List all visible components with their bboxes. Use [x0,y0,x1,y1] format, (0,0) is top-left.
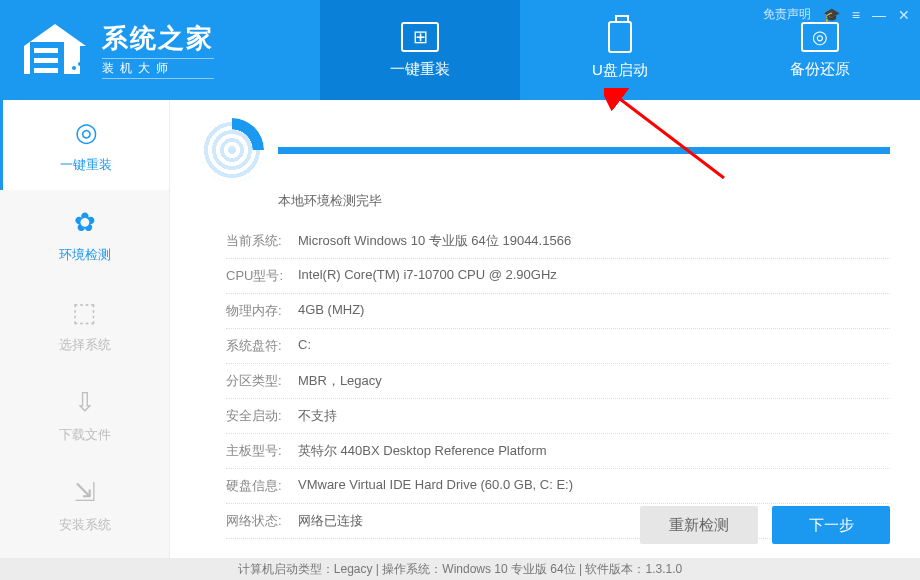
row-current-os: 当前系统:Microsoft Windows 10 专业版 64位 19044.… [226,224,890,259]
sidebar-item-label: 下载文件 [59,426,111,444]
svg-rect-3 [34,68,58,73]
app-title: 系统之家 [102,21,214,56]
tab-reinstall-label: 一键重装 [390,60,450,79]
svg-point-4 [72,66,76,70]
sidebar-item-label: 一键重装 [60,156,112,174]
progress-bar [278,147,890,154]
row-disk: 硬盘信息:VMware Virtual IDE Hard Drive (60.0… [226,469,890,504]
sidebar-item-label: 安装系统 [59,516,111,534]
next-button[interactable]: 下一步 [772,506,890,544]
download-icon: ⇩ [74,387,96,418]
sidebar: ◎ 一键重装 ✿ 环境检测 ⬚ 选择系统 ⇩ 下载文件 ⇲ 安装系统 [0,100,170,558]
main-panel: 本地环境检测完毕 当前系统:Microsoft Windows 10 专业版 6… [170,100,920,558]
sidebar-item-download[interactable]: ⇩ 下载文件 [0,370,169,460]
svg-point-5 [78,62,82,66]
sidebar-item-selectsys[interactable]: ⬚ 选择系统 [0,280,169,370]
svg-rect-2 [34,58,58,63]
sidebar-item-label: 环境检测 [59,246,111,264]
tab-usbboot-label: U盘启动 [592,61,648,80]
row-parttype: 分区类型:MBR，Legacy [226,364,890,399]
box-arrow-icon: ⇲ [74,477,96,508]
logo-area: 系统之家 装机大师 [0,0,320,100]
logo-icon [20,20,90,80]
top-tabs: 一键重装 U盘启动 备份还原 [320,0,920,100]
status-bar: 计算机启动类型：Legacy | 操作系统：Windows 10 专业版 64位… [0,558,920,580]
scan-status-text: 本地环境检测完毕 [278,192,890,210]
row-sysdrive: 系统盘符:C: [226,329,890,364]
env-info-list: 当前系统:Microsoft Windows 10 专业版 64位 19044.… [226,224,890,539]
usb-icon [608,21,632,53]
restore-icon [801,22,839,52]
monitor-icon [401,22,439,52]
sidebar-item-reinstall[interactable]: ◎ 一键重装 [0,100,169,190]
tab-backup-label: 备份还原 [790,60,850,79]
tab-reinstall[interactable]: 一键重装 [320,0,520,100]
header: 免责声明 🎓 ≡ — ✕ 系统之家 装机大师 一键重装 U盘启动 备份还原 [0,0,920,100]
cursor-icon: ⬚ [72,297,97,328]
app-subtitle: 装机大师 [102,58,214,79]
row-cpu: CPU型号:Intel(R) Core(TM) i7-10700 CPU @ 2… [226,259,890,294]
sidebar-item-envcheck[interactable]: ✿ 环境检测 [0,190,169,280]
row-secureboot: 安全启动:不支持 [226,399,890,434]
row-ram: 物理内存:4GB (MHZ) [226,294,890,329]
radar-icon [200,118,264,182]
sidebar-item-label: 选择系统 [59,336,111,354]
sidebar-item-install[interactable]: ⇲ 安装系统 [0,460,169,550]
tab-backup[interactable]: 备份还原 [720,0,920,100]
recheck-button[interactable]: 重新检测 [640,506,758,544]
row-mobo: 主板型号:英特尔 440BX Desktop Reference Platfor… [226,434,890,469]
target-icon: ◎ [75,117,98,148]
tab-usbboot[interactable]: U盘启动 [520,0,720,100]
shield-check-icon: ✿ [74,207,96,238]
svg-rect-1 [34,48,58,53]
